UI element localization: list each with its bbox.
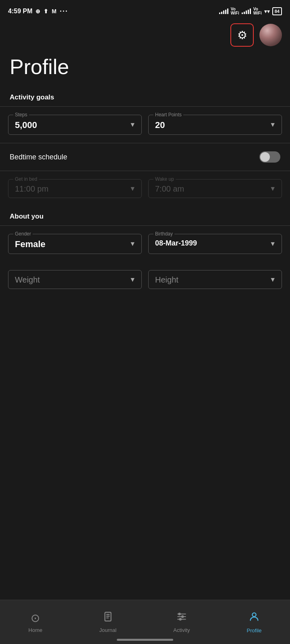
steps-value: 5,000 bbox=[15, 120, 135, 130]
about-you-header: About you bbox=[0, 206, 290, 225]
heart-points-label: Heart Points bbox=[153, 112, 183, 118]
wake-up-value: 7:00 am bbox=[155, 184, 275, 194]
birthday-value: 08-Mar-1999 bbox=[155, 239, 275, 248]
get-in-bed-value: 11:00 pm bbox=[15, 184, 135, 194]
height-value: Height bbox=[155, 275, 275, 285]
activity-goals-header: Activity goals bbox=[0, 87, 290, 106]
home-indicator bbox=[117, 639, 173, 641]
wake-up-field[interactable]: Wake up 7:00 am ▼ bbox=[148, 179, 282, 198]
avatar-image bbox=[259, 24, 282, 46]
get-in-bed-dropdown-icon: ▼ bbox=[129, 185, 136, 192]
home-icon: ⊙ bbox=[31, 611, 40, 625]
status-indicators: VoWiFi VoWiFi ▾▾ 84 bbox=[219, 7, 282, 15]
steps-label: Steps bbox=[13, 112, 29, 118]
birthday-label: Birthday bbox=[153, 231, 174, 237]
vowifi-label-1: VoWiFi bbox=[231, 7, 239, 15]
gear-icon: ⚙ bbox=[237, 29, 247, 42]
svg-point-9 bbox=[179, 618, 181, 620]
height-dropdown-icon: ▼ bbox=[269, 276, 276, 283]
svg-point-7 bbox=[178, 613, 180, 615]
header-toolbar: ⚙ bbox=[0, 21, 290, 51]
wake-up-label: Wake up bbox=[153, 176, 176, 182]
gender-value: Female bbox=[15, 239, 135, 250]
birthday-dropdown-icon: ▼ bbox=[269, 240, 276, 248]
nav-item-home[interactable]: ⊙ Home bbox=[21, 608, 51, 636]
bedtime-toggle[interactable] bbox=[259, 151, 280, 163]
heart-points-field[interactable]: Heart Points 20 ▼ bbox=[148, 115, 282, 135]
weight-dropdown-icon: ▼ bbox=[129, 276, 136, 283]
get-in-bed-field[interactable]: Get in bed 11:00 pm ▼ bbox=[8, 179, 142, 198]
nav-item-activity[interactable]: Activity bbox=[165, 608, 198, 636]
birthday-field[interactable]: Birthday 08-Mar-1999 ▼ bbox=[148, 234, 282, 254]
nav-label-journal: Journal bbox=[99, 627, 116, 633]
nav-label-activity: Activity bbox=[173, 627, 190, 633]
battery-indicator: 84 bbox=[272, 7, 282, 15]
wake-up-dropdown-icon: ▼ bbox=[269, 185, 276, 192]
activity-goals-row: Steps 5,000 ▼ Heart Points 20 ▼ bbox=[0, 107, 290, 143]
heart-points-value: 20 bbox=[155, 120, 275, 130]
signal-bars-2 bbox=[242, 8, 251, 14]
bedtime-schedule-row: Bedtime schedule bbox=[0, 143, 290, 171]
steps-field[interactable]: Steps 5,000 ▼ bbox=[8, 115, 142, 135]
vowifi-label-2: VoWiFi bbox=[253, 7, 262, 15]
nav-label-home: Home bbox=[29, 627, 43, 633]
gender-label: Gender bbox=[13, 231, 33, 237]
svg-point-8 bbox=[182, 615, 183, 617]
bedtime-schedule-label: Bedtime schedule bbox=[10, 153, 67, 161]
gender-birthday-row: Gender Female ▼ Birthday 08-Mar-1999 ▼ bbox=[0, 226, 290, 262]
status-time: 4:59 PM ⊕ ⬆ M ··· bbox=[8, 7, 68, 16]
steps-dropdown-icon: ▼ bbox=[129, 121, 136, 128]
profile-icon bbox=[249, 611, 260, 625]
weight-field[interactable]: Weight ▼ bbox=[8, 270, 142, 289]
height-field[interactable]: Height ▼ bbox=[148, 270, 282, 289]
settings-button[interactable]: ⚙ bbox=[230, 23, 254, 47]
get-in-bed-label: Get in bed bbox=[13, 176, 39, 182]
weight-height-row: Weight ▼ Height ▼ bbox=[0, 262, 290, 297]
bottom-nav: ⊙ Home Journal Activity bbox=[0, 600, 290, 644]
journal-icon bbox=[103, 611, 113, 625]
activity-icon bbox=[176, 611, 187, 625]
nav-label-profile: Profile bbox=[247, 627, 262, 634]
svg-point-10 bbox=[252, 613, 256, 616]
nav-item-profile[interactable]: Profile bbox=[239, 608, 270, 637]
status-bar: 4:59 PM ⊕ ⬆ M ··· VoWiFi VoWiFi bbox=[0, 0, 290, 21]
nav-item-journal[interactable]: Journal bbox=[91, 608, 124, 636]
signal-bars-1 bbox=[219, 8, 228, 14]
heart-points-dropdown-icon: ▼ bbox=[269, 121, 276, 128]
toggle-thumb bbox=[260, 152, 270, 162]
gender-field[interactable]: Gender Female ▼ bbox=[8, 234, 142, 254]
gender-dropdown-icon: ▼ bbox=[129, 240, 136, 248]
avatar[interactable] bbox=[259, 24, 282, 46]
weight-value: Weight bbox=[15, 275, 135, 285]
page-title: Profile bbox=[0, 51, 290, 87]
wifi-icon: ▾▾ bbox=[264, 8, 270, 14]
bedtime-fields-row: Get in bed 11:00 pm ▼ Wake up 7:00 am ▼ bbox=[0, 171, 290, 206]
